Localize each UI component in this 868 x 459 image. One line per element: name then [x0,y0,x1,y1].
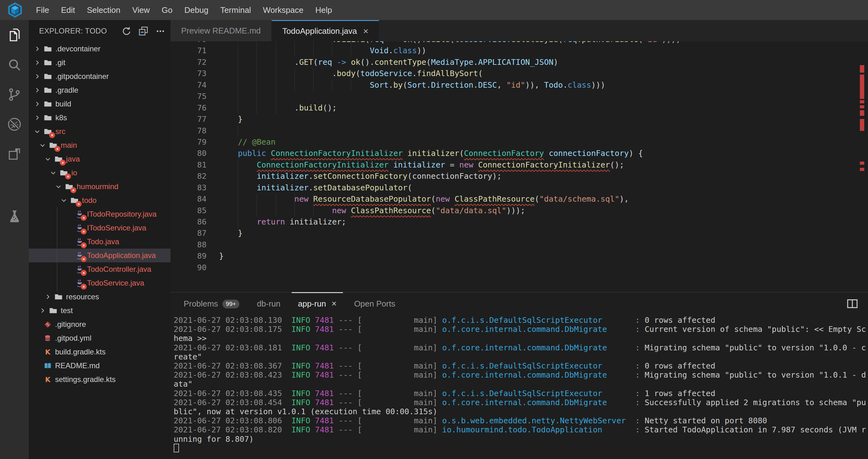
code-line-73: 73 .body(todoService.findAllBySort( [170,68,860,79]
tree-item-settings-gradle-kts[interactable]: Ksettings.gradle.kts [29,373,170,386]
folder-icon [43,86,52,94]
editor-tab-preview-readme-md[interactable]: Preview README.md [170,20,271,41]
terminal-output[interactable]: 2021-06-27 02:03:08.130 INFO 7481 --- [ … [174,316,868,459]
tree-item-label: build [55,99,71,108]
error-badge: × [81,242,87,248]
menu-item-debug[interactable]: Debug [178,5,214,15]
chevron-down-icon[interactable] [50,169,57,176]
md-icon [43,361,52,370]
tree-item-todoservice-java[interactable]: ×TodoService.java [29,276,170,290]
tree-item-label: build.gradle.kts [55,347,105,356]
chevron-right-icon[interactable] [44,293,51,300]
tree-item--git[interactable]: .git [29,56,170,69]
tree-item--devcontainer[interactable]: .devcontainer [29,42,170,56]
editor-tab-todoapplication-java[interactable]: TodoApplication.java× [272,20,379,41]
code-line-82: 82 initializer.setConnectionFactory(conn… [170,171,860,182]
tree-item-todo[interactable]: ×todo [29,194,170,207]
tree-item-test[interactable]: test [29,304,170,317]
refresh-icon[interactable] [121,26,132,36]
tree-item-label: src [55,127,65,136]
terminal-log-row: 2021-06-27 02:03:08.181 INFO 7481 --- [ … [174,343,868,352]
tree-item--gitpod-yml[interactable]: .gitpod.yml [29,331,170,345]
line-number: 70 [170,41,207,45]
code-line-77: 77 } [170,114,860,125]
error-badge: × [81,256,87,262]
menu-item-file[interactable]: File [30,5,55,15]
error-mark [860,75,864,90]
chevron-down-icon[interactable] [60,197,67,204]
panel-tab-open-ports[interactable]: Open Ports [345,292,404,315]
tree-item-label: .devcontainer [55,45,100,53]
tree-item-readme-md[interactable]: README.md [29,359,170,373]
panel-tab-db-run[interactable]: db-run [248,292,289,315]
line-number: 90 [170,262,207,273]
tree-item--gitignore[interactable]: .gitignore [29,317,170,331]
terminal-log-row: 2021-06-27 02:03:08.820 INFO 7481 --- [ … [174,425,868,434]
tree-item-humourmind[interactable]: ×humourmind [29,180,170,194]
tree-item-label: ITodoRepository.java [87,210,156,219]
activity-search-icon[interactable] [0,50,29,80]
tree-item-itodoservice-java[interactable]: ×ITodoService.java [29,221,170,235]
menu-item-view[interactable]: View [126,5,156,15]
code-line-78: 78 [170,125,860,137]
activity-source-control-icon[interactable] [0,80,29,109]
tree-item-itodorepository-java[interactable]: ×ITodoRepository.java [29,207,170,221]
tree-item--gradle[interactable]: .gradle [29,83,170,97]
error-badge: × [60,160,66,166]
folder-icon [43,113,52,122]
menu-item-workspace[interactable]: Workspace [257,5,309,15]
panel-tab-app-run[interactable]: app-run× [289,292,345,315]
close-icon[interactable]: × [363,27,368,36]
code-line-84: 84 new ResourceDatabasePopulator(new Cla… [170,194,860,205]
chevron-down-icon[interactable] [44,155,51,163]
menu-item-selection[interactable]: Selection [81,5,126,15]
menu-item-terminal[interactable]: Terminal [214,5,257,15]
chevron-down-icon[interactable] [39,142,46,149]
tree-item-label: Todo.java [87,237,119,246]
split-terminal-icon[interactable] [846,297,859,310]
chevron-right-icon[interactable] [34,59,41,66]
terminal-log-row: 2021-06-27 02:03:08.806 INFO 7481 --- [ … [174,416,868,425]
tree-item-todocontroller-java[interactable]: ×TodoController.java [29,262,170,276]
panel-tab-label: Open Ports [354,299,396,309]
panel-tab-problems[interactable]: Problems99+ [175,292,248,315]
title-bar: FileEditSelectionViewGoDebugTerminalWork… [0,0,868,20]
chevron-right-icon[interactable] [34,46,41,52]
code-editor[interactable]: 70 .DELETE(req -> ok().build(todoService… [170,41,860,292]
tree-item-todo-java[interactable]: ×Todo.java [29,235,170,249]
close-icon[interactable]: × [332,299,337,309]
gitpod-logo-icon[interactable] [0,0,30,20]
menu-item-go[interactable]: Go [156,5,179,15]
error-mark [860,65,864,73]
tree-item-build[interactable]: build [29,97,170,111]
menu-item-help[interactable]: Help [309,5,338,15]
chevron-right-icon[interactable] [34,87,41,94]
tree-item-build-gradle-kts[interactable]: Kbuild.gradle.kts [29,345,170,359]
collapse-all-icon[interactable] [138,26,149,36]
menu-item-edit[interactable]: Edit [55,5,81,15]
tree-item--gitpodcontainer[interactable]: .gitpodcontainer [29,69,170,83]
tree-item-src[interactable]: ×src [29,124,170,138]
file-tree[interactable]: .devcontainer.git.gitpodcontainer.gradle… [29,42,170,459]
chevron-right-icon[interactable] [34,101,41,107]
chevron-right-icon[interactable] [34,73,41,80]
activity-tests-flask-icon[interactable] [0,201,29,231]
activity-debug-icon[interactable] [0,109,29,139]
more-actions-icon[interactable] [155,26,165,36]
tree-item-k8s[interactable]: k8s [29,111,170,124]
chevron-down-icon[interactable] [55,183,62,190]
tree-item-io[interactable]: ×io [29,166,170,180]
activity-explorer-files-icon[interactable] [0,20,29,50]
line-number: 80 [170,148,207,159]
chevron-down-icon[interactable] [34,128,41,135]
tree-item-resources[interactable]: resources [29,290,170,304]
tree-item-main[interactable]: ×main [29,138,170,152]
tree-item-label: .gradle [55,86,78,94]
tree-item-java[interactable]: ×java [29,152,170,166]
overview-ruler[interactable] [860,41,868,292]
chevron-right-icon[interactable] [39,307,46,314]
activity-plugins-icon[interactable] [0,139,29,169]
chevron-right-icon[interactable] [34,114,41,121]
code-line-75: 75 [170,91,860,102]
tree-item-todoapplication-java[interactable]: ×TodoApplication.java [29,249,170,262]
